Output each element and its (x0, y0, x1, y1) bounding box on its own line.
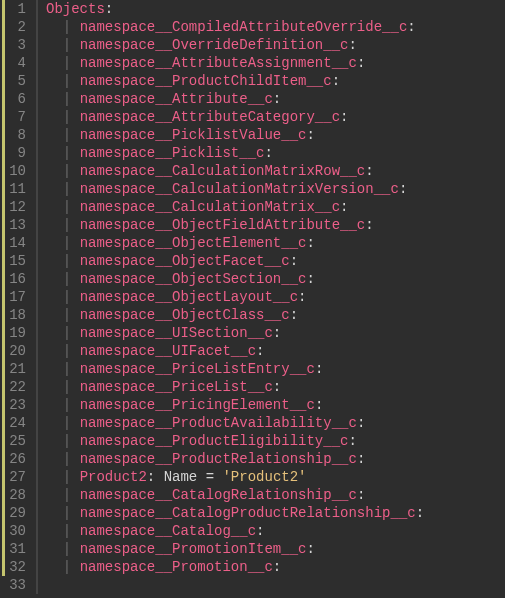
line-number: 20 (6, 342, 26, 360)
indent-guide: | (63, 91, 80, 107)
colon: : (290, 253, 298, 269)
code-line[interactable]: | namespace__ProductAvailability__c: (46, 414, 424, 432)
colon: : (264, 145, 272, 161)
yaml-key: namespace__AttributeCategory__c (80, 109, 340, 125)
code-line[interactable]: | namespace__ObjectClass__c: (46, 306, 424, 324)
line-number: 8 (6, 126, 26, 144)
colon: : (306, 127, 314, 143)
colon: : (315, 397, 323, 413)
yaml-key: namespace__UIFacet__c (80, 343, 256, 359)
code-line[interactable]: | namespace__ObjectFieldAttribute__c: (46, 216, 424, 234)
code-line[interactable]: | namespace__Promotion__c: (46, 558, 424, 576)
code-line[interactable]: | namespace__ProductEligibility__c: (46, 432, 424, 450)
yaml-key: namespace__CompiledAttributeOverride__c (80, 19, 408, 35)
colon: : (298, 289, 306, 305)
line-number: 32 (6, 558, 26, 576)
line-number: 21 (6, 360, 26, 378)
line-number: 29 (6, 504, 26, 522)
code-line[interactable]: Objects: (46, 0, 424, 18)
line-number: 13 (6, 216, 26, 234)
code-line[interactable]: | namespace__ProductChildItem__c: (46, 72, 424, 90)
colon: : (306, 235, 314, 251)
line-number: 1 (6, 0, 26, 18)
indent-guide: | (63, 289, 80, 305)
code-line[interactable]: | namespace__PricingElement__c: (46, 396, 424, 414)
code-line[interactable]: | namespace__Catalog__c: (46, 522, 424, 540)
modified-indicator (2, 0, 5, 576)
yaml-key: namespace__CalculationMatrix__c (80, 199, 340, 215)
code-line[interactable]: | namespace__CalculationMatrix__c: (46, 198, 424, 216)
yaml-key: namespace__ObjectFieldAttribute__c (80, 217, 366, 233)
line-number: 25 (6, 432, 26, 450)
code-line[interactable]: | namespace__UIFacet__c: (46, 342, 424, 360)
code-line[interactable]: | namespace__PromotionItem__c: (46, 540, 424, 558)
colon: : (365, 163, 373, 179)
yaml-key: namespace__PricingElement__c (80, 397, 315, 413)
line-number: 19 (6, 324, 26, 342)
code-line[interactable]: | namespace__PicklistValue__c: (46, 126, 424, 144)
yaml-key: namespace__PicklistValue__c (80, 127, 307, 143)
line-number: 15 (6, 252, 26, 270)
code-line[interactable]: | namespace__OverrideDefinition__c: (46, 36, 424, 54)
colon: : (315, 361, 323, 377)
code-line[interactable]: | namespace__CalculationMatrixRow__c: (46, 162, 424, 180)
indent-guide: | (63, 451, 80, 467)
colon: : (273, 91, 281, 107)
indent-guide: | (63, 379, 80, 395)
indent-guide: | (63, 343, 80, 359)
code-line[interactable]: | Product2: Name = 'Product2' (46, 468, 424, 486)
colon: : (340, 109, 348, 125)
code-line[interactable]: | namespace__CatalogRelationship__c: (46, 486, 424, 504)
line-number: 10 (6, 162, 26, 180)
code-line[interactable] (46, 576, 424, 594)
indent-guide: | (63, 37, 80, 53)
indent-guide: | (63, 145, 80, 161)
indent-guide: | (63, 217, 80, 233)
code-line[interactable]: | namespace__CompiledAttributeOverride__… (46, 18, 424, 36)
yaml-key: namespace__PriceListEntry__c (80, 361, 315, 377)
code-line[interactable]: | namespace__AttributeAssignment__c: (46, 54, 424, 72)
line-number: 27 (6, 468, 26, 486)
colon: : (273, 379, 281, 395)
indent-guide: | (63, 325, 80, 341)
yaml-key: namespace__Catalog__c (80, 523, 256, 539)
yaml-key: namespace__ProductAvailability__c (80, 415, 357, 431)
line-number: 22 (6, 378, 26, 396)
yaml-key: namespace__PromotionItem__c (80, 541, 307, 557)
yaml-string: 'Product2' (222, 469, 306, 485)
colon: : (365, 217, 373, 233)
indent-guide: | (63, 109, 80, 125)
code-line[interactable]: | namespace__UISection__c: (46, 324, 424, 342)
code-content[interactable]: Objects: | namespace__CompiledAttributeO… (38, 0, 424, 594)
indent-guide: | (63, 415, 80, 431)
line-number: 24 (6, 414, 26, 432)
colon: : (357, 415, 365, 431)
code-line[interactable]: | namespace__CatalogProductRelationship_… (46, 504, 424, 522)
yaml-key: namespace__ObjectClass__c (80, 307, 290, 323)
colon: : (273, 325, 281, 341)
code-line[interactable]: | namespace__AttributeCategory__c: (46, 108, 424, 126)
code-line[interactable]: | namespace__ObjectElement__c: (46, 234, 424, 252)
line-number: 7 (6, 108, 26, 126)
indent-guide: | (63, 397, 80, 413)
code-line[interactable]: | namespace__Picklist__c: (46, 144, 424, 162)
code-line[interactable]: | namespace__ObjectSection__c: (46, 270, 424, 288)
yaml-key: namespace__CalculationMatrixRow__c (80, 163, 366, 179)
code-line[interactable]: | namespace__PriceList__c: (46, 378, 424, 396)
line-number: 18 (6, 306, 26, 324)
code-line[interactable]: | namespace__ObjectLayout__c: (46, 288, 424, 306)
colon: : (407, 19, 415, 35)
code-line[interactable]: | namespace__ObjectFacet__c: (46, 252, 424, 270)
indent-guide: | (63, 235, 80, 251)
line-number: 23 (6, 396, 26, 414)
indent-guide: | (63, 271, 80, 287)
code-line[interactable]: | namespace__ProductRelationship__c: (46, 450, 424, 468)
code-line[interactable]: | namespace__Attribute__c: (46, 90, 424, 108)
yaml-key: namespace__ProductRelationship__c (80, 451, 357, 467)
code-editor[interactable]: 1234567891011121314151617181920212223242… (0, 0, 505, 594)
indent-guide: | (63, 361, 80, 377)
line-number: 33 (6, 576, 26, 594)
code-line[interactable]: | namespace__CalculationMatrixVersion__c… (46, 180, 424, 198)
code-line[interactable]: | namespace__PriceListEntry__c: (46, 360, 424, 378)
yaml-key: namespace__Promotion__c (80, 559, 273, 575)
